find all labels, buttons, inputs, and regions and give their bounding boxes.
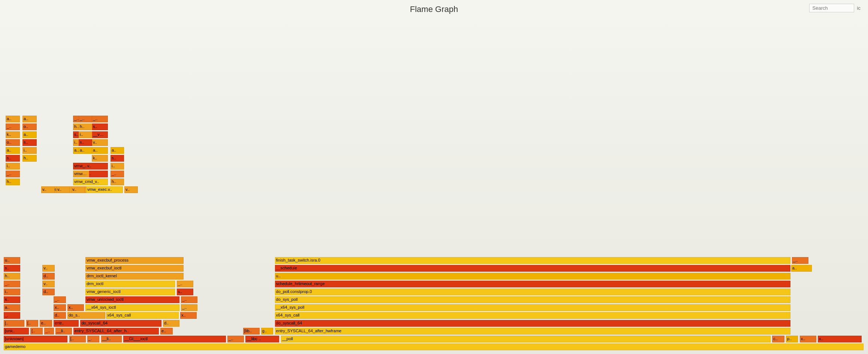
flame-frame[interactable]: i..: [6, 163, 20, 170]
flame-frame[interactable]: s..: [22, 139, 37, 146]
flame-frame[interactable]: entry_SYSCALL_64_after_hwframe: [275, 328, 790, 335]
flame-frame[interactable]: v..: [124, 186, 138, 193]
flame-frame[interactable]: vmw_..v..: [73, 163, 108, 170]
flame-frame[interactable]: d..: [42, 273, 54, 280]
flame-frame[interactable]: i..: [22, 147, 37, 154]
flame-frame[interactable]: a..: [6, 147, 20, 154]
flame-frame[interactable]: [..: [30, 328, 42, 335]
flame-frame[interactable]: _..: [6, 123, 20, 130]
flame-frame[interactable]: u..: [275, 273, 790, 280]
flame-frame[interactable]: _..: [227, 336, 244, 342]
flame-frame[interactable]: i..: [79, 131, 92, 138]
flame-frame[interactable]: v..: [41, 186, 55, 193]
flame-frame[interactable]: vmw_unlocked_ioctl: [85, 296, 179, 303]
flame-frame[interactable]: __libc ..: [245, 336, 279, 342]
flame-frame[interactable]: s..: [92, 123, 108, 130]
flame-frame[interactable]: [unknown]: [4, 336, 67, 342]
flame-frame[interactable]: __li..: [55, 328, 72, 335]
flame-frame[interactable]: h..: [6, 178, 20, 185]
flame-frame[interactable]: entr..: [54, 320, 79, 327]
flame-frame[interactable]: d..: [163, 320, 179, 327]
flame-frame[interactable]: v..: [92, 139, 108, 146]
flame-frame[interactable]: _.: [4, 312, 20, 319]
flame-frame[interactable]: finish_task_switch.isra.0: [275, 257, 790, 264]
flame-frame[interactable]: gamedemo: [4, 344, 864, 350]
flame-frame[interactable]: d..: [42, 289, 54, 295]
flame-frame[interactable]: drm_ioctl_kernel: [85, 273, 184, 280]
flame-frame[interactable]: g..: [261, 328, 273, 335]
flame-frame[interactable]: i..: [4, 289, 20, 295]
flame-frame[interactable]: [..: [69, 336, 86, 342]
flame-frame[interactable]: schedule_hrtimeout_range: [275, 281, 790, 287]
flame-frame[interactable]: do_syscall_64: [80, 320, 161, 327]
flame-frame[interactable]: _..: [44, 328, 54, 335]
flame-frame[interactable]: s..: [79, 139, 92, 146]
flame-frame[interactable]: _..: [92, 116, 108, 122]
flame-frame[interactable]: a..: [22, 116, 37, 122]
flame-frame[interactable]: __poll: [281, 336, 771, 342]
flame-frame[interactable]: v..: [42, 265, 54, 272]
flame-frame[interactable]: e..: [160, 328, 172, 335]
flame-frame[interactable]: i..: [111, 163, 124, 170]
flame-frame[interactable]: x64_sys_call: [275, 312, 790, 319]
flame-frame[interactable]: [unk..: [4, 328, 29, 335]
flame-frame[interactable]: _..: [181, 296, 197, 303]
flame-frame[interactable]: s..: [177, 289, 193, 295]
flame-frame[interactable]: c..: [772, 336, 784, 342]
flame-frame[interactable]: h..: [22, 155, 37, 162]
flame-frame[interactable]: x..: [54, 304, 66, 311]
flame-frame[interactable]: a..: [22, 131, 37, 138]
flame-frame[interactable]: x..: [67, 304, 84, 311]
flame-frame[interactable]: _..: [177, 281, 193, 287]
flame-frame[interactable]: vmw_..v..: [73, 171, 89, 177]
flame-frame[interactable]: k..: [6, 131, 20, 138]
flame-frame[interactable]: __x64_sys_poll: [275, 304, 790, 311]
flame-frame[interactable]: a..: [92, 147, 108, 154]
flame-frame[interactable]: _..: [792, 257, 808, 264]
flame-frame[interactable]: _..: [111, 171, 124, 177]
flame-frame[interactable]: _..: [79, 116, 92, 122]
flame-frame[interactable]: a..: [79, 147, 92, 154]
flame-frame[interactable]: [..: [4, 320, 24, 327]
flame-frame[interactable]: __GI___ioctl: [123, 336, 226, 342]
flame-frame[interactable]: x..: [180, 312, 197, 319]
flame-frame[interactable]: x..: [818, 336, 862, 342]
flame-frame[interactable]: h..: [79, 123, 92, 130]
flame-frame[interactable]: u..: [4, 257, 20, 264]
flame-frame[interactable]: __vm.. _.: [92, 131, 108, 138]
flame-frame[interactable]: a..: [6, 116, 20, 122]
flame-frame[interactable]: s..: [6, 155, 20, 162]
flame-frame[interactable]: _..: [4, 281, 20, 287]
search-input[interactable]: [809, 4, 854, 12]
flame-frame[interactable]: v..: [71, 186, 85, 193]
flame-frame[interactable]: vmw_exec.v..: [86, 186, 123, 193]
flame-frame[interactable]: vmw_cmd_v..: [73, 178, 108, 185]
flame-frame[interactable]: k..: [92, 155, 108, 162]
flame-frame[interactable]: _..: [181, 304, 197, 311]
flame-frame[interactable]: h..: [111, 178, 124, 185]
flame-frame[interactable]: p..: [786, 336, 798, 342]
flame-frame[interactable]: vmw_execbuf_process: [85, 257, 184, 264]
flame-frame[interactable]: do_syscall_64: [275, 320, 790, 327]
flame-frame[interactable]: x..: [800, 336, 816, 342]
flame-frame[interactable]: drm_ioctl: [85, 281, 175, 287]
flame-frame[interactable]: o..: [22, 123, 37, 130]
flame-frame[interactable]: _..: [54, 296, 66, 303]
flame-frame[interactable]: [..: [26, 320, 38, 327]
flame-frame[interactable]: do_sys_poll: [275, 296, 790, 303]
flame-frame[interactable]: do_s..: [67, 312, 105, 319]
flame-frame[interactable]: [lib..: [243, 328, 260, 335]
flame-frame[interactable]: do_poll.constprop.0: [275, 289, 790, 295]
flame-frame[interactable]: __x64_sys_ioctl: [85, 304, 179, 311]
flame-frame[interactable]: _..: [6, 171, 20, 177]
flame-frame[interactable]: __li..: [101, 336, 122, 342]
flame-frame[interactable]: entry_SYSCALL_64_after_h..: [73, 328, 159, 335]
flame-frame[interactable]: a..: [791, 265, 812, 272]
flame-frame[interactable]: h..: [4, 273, 20, 280]
flame-frame[interactable]: s..: [111, 155, 124, 162]
flame-frame[interactable]: _.: [87, 336, 99, 342]
flame-frame[interactable]: o..: [6, 139, 20, 146]
flame-frame[interactable]: vmw_execbuf_ioctl: [85, 265, 184, 272]
flame-frame[interactable]: v..: [56, 186, 70, 193]
flame-frame[interactable]: s..: [4, 296, 20, 303]
